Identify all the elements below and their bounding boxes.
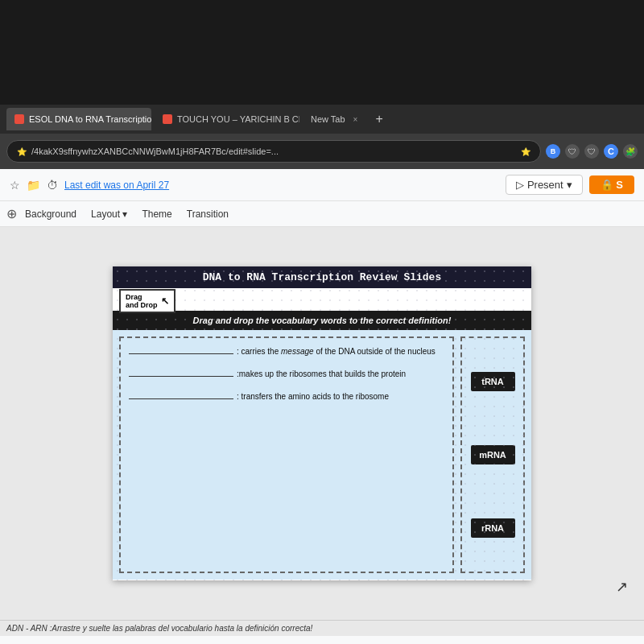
slide-panel: DNA to RNA Transcription Review Slides D… [0, 227, 644, 620]
definition-1: : carries the message of the DNA outside… [129, 346, 444, 357]
def-text-3: : transfers the amino acids to the ribos… [129, 391, 444, 402]
cursor-pointer: ↗ [616, 578, 628, 596]
icon-puzzle: 🧩 [623, 144, 638, 159]
definition-3: : transfers the amino acids to the ribos… [129, 391, 444, 402]
tab-bar: ESOL DNA to RNA Transcriptio × TOUCH YOU… [0, 105, 644, 134]
slide-bottom-text: ADN - ARN :Arrastre y suelte las palabra… [0, 620, 644, 636]
share-icon: 🔒 [601, 179, 613, 191]
tab-title-newtab: New Tab [311, 114, 345, 124]
history-icon[interactable]: ⏱ [47, 179, 58, 192]
icon-shield2: 🛡 [584, 144, 599, 159]
tab-title-touch: TOUCH YOU – YARICHIN B CL [177, 114, 299, 124]
address-text: /4kakX9sffnywhzXANBCcNNWjBwM1jH8FAR7Bc/e… [31, 147, 516, 156]
browser-chrome: ESOL DNA to RNA Transcriptio × TOUCH YOU… [0, 105, 644, 169]
monitor-bezel [0, 0, 644, 105]
cursor-icon: ↖ [161, 295, 169, 307]
slide-title: DNA to RNA Transcription Review Slides [113, 266, 531, 288]
def-text-1: : carries the message of the DNA outside… [129, 346, 444, 357]
tab-newtab[interactable]: New Tab × [303, 108, 365, 130]
last-edit-label[interactable]: Last edit was on April 27 [64, 180, 169, 191]
tab-close-newtab[interactable]: × [353, 115, 358, 124]
answers-area: tRNA mRNA rRNA [460, 336, 525, 573]
definition-2: :makes up the ribosomes that builds the … [129, 369, 444, 380]
slide-banner: Drag and drop the vocabulary words to th… [113, 311, 531, 330]
tab-icon-yt [163, 114, 172, 124]
icon-b: B [546, 144, 560, 159]
tab-icon-google [14, 114, 24, 124]
present-button[interactable]: ▷ Present ▾ [506, 175, 583, 195]
tab-touch[interactable]: TOUCH YOU – YARICHIN B CL × [155, 108, 299, 130]
present-icon: ▷ [516, 179, 524, 191]
menu-bar: ⊕ Background Layout ▾ Theme Transition [0, 201, 644, 227]
answer-trna[interactable]: tRNA [471, 372, 515, 391]
menu-transition[interactable]: Transition [180, 205, 235, 223]
answer-mrna[interactable]: mRNA [471, 445, 515, 464]
tab-title-esol: ESOL DNA to RNA Transcriptio [29, 114, 151, 124]
address-input[interactable]: ⭐ /4kakX9sffnywhzXANBCcNNWjBwM1jH8FAR7Bc… [6, 140, 541, 163]
new-tab-button[interactable]: + [369, 112, 389, 126]
def-blank-1 [129, 353, 233, 354]
folder-icon[interactable]: 📁 [27, 179, 40, 192]
def-blank-2 [129, 376, 233, 377]
def-text-2: :makes up the ribosomes that builds the … [129, 369, 444, 380]
address-bar: ⭐ /4kakX9sffnywhzXANBCcNNWjBwM1jH8FAR7Bc… [0, 134, 644, 169]
answer-rrna[interactable]: rRNA [471, 518, 515, 538]
slide-body: : carries the message of the DNA outside… [113, 330, 531, 580]
menu-background[interactable]: Background [19, 205, 83, 223]
share-button[interactable]: 🔒 S [589, 175, 634, 194]
definitions-area: : carries the message of the DNA outside… [119, 336, 454, 573]
menu-layout[interactable]: Layout ▾ [85, 205, 134, 223]
browser-toolbar-icons: B 🛡 🛡 C 🧩 [546, 144, 638, 159]
add-slide-icon[interactable]: ⊕ [6, 206, 17, 221]
slides-toolbar: ☆ 📁 ⏱ Last edit was on April 27 ▷ Presen… [0, 169, 644, 201]
icon-c: C [604, 144, 618, 159]
icon-shield1: 🛡 [565, 144, 580, 159]
drag-drop-label: Drag and Drop ↖ [119, 289, 175, 313]
slide-main: DNA to RNA Transcription Review Slides D… [0, 227, 644, 620]
def-blank-3 [129, 398, 233, 399]
toolbar-left: ☆ 📁 ⏱ Last edit was on April 27 [10, 179, 499, 192]
slide-content: DNA to RNA Transcription Review Slides D… [113, 266, 531, 580]
tab-esol[interactable]: ESOL DNA to RNA Transcriptio × [6, 108, 151, 130]
star-icon[interactable]: ☆ [10, 179, 20, 192]
slides-app: ☆ 📁 ⏱ Last edit was on April 27 ▷ Presen… [0, 169, 644, 644]
menu-theme[interactable]: Theme [135, 205, 178, 223]
